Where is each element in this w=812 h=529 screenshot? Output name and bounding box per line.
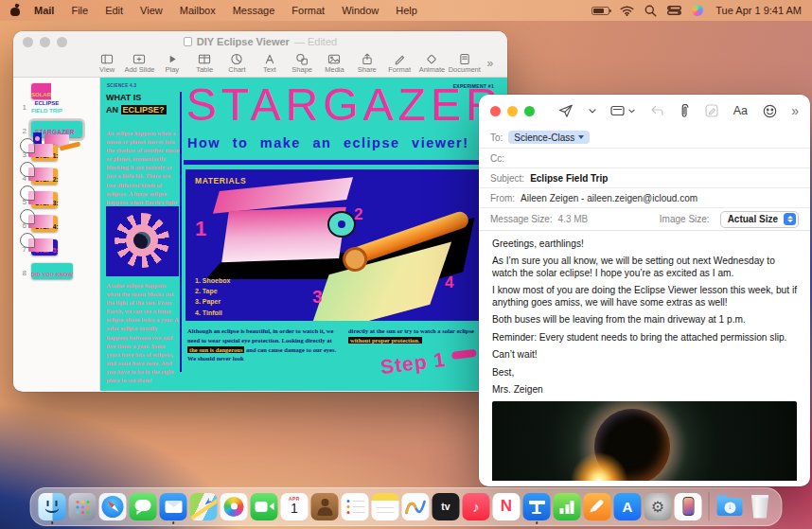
body-paragraph: Both buses will be leaving from the main… [492, 314, 797, 326]
toolbar-overflow-chevron[interactable]: » [481, 53, 500, 70]
dock-facetime-icon[interactable] [251, 493, 278, 520]
play-button[interactable]: Play [156, 53, 188, 74]
dock-downloads-icon[interactable]: ↓ [716, 493, 744, 520]
close-button[interactable] [490, 106, 501, 116]
siri-icon[interactable] [692, 5, 704, 17]
dock: APR1 tv ♪ N A ⚙ ↓ [30, 487, 783, 526]
dock-tv-icon[interactable]: tv [432, 493, 460, 520]
slide-subhead: How to make an eclipse viewer! [187, 135, 469, 150]
view-button[interactable]: View [91, 53, 123, 74]
menu-bar-clock[interactable]: Tue Apr 1 9:41 AM [714, 5, 802, 16]
zoom-button[interactable] [57, 37, 67, 47]
slide-divider-vertical [180, 92, 182, 372]
dock-separator [709, 492, 710, 520]
dock-trash-icon[interactable] [747, 493, 774, 520]
stepper-icon [784, 213, 796, 225]
menu-item-help[interactable]: Help [387, 5, 426, 16]
wifi-icon[interactable] [620, 6, 634, 16]
document-proxy-icon[interactable] [184, 37, 192, 46]
document-button[interactable]: Document [449, 53, 481, 74]
marker-dash [451, 349, 477, 360]
image-size-select[interactable]: Actual Size [720, 211, 799, 228]
zoom-button[interactable] [524, 106, 535, 116]
dock-calendar-icon[interactable]: APR1 [281, 493, 309, 520]
close-button[interactable] [23, 37, 33, 47]
dock-iphone-mirroring-icon[interactable] [675, 493, 702, 520]
chart-button[interactable]: Chart [221, 53, 253, 74]
slide-navigator: 1 SOLARECLIPSEFIELD TRIP 2 STARGAZER 3 S… [13, 78, 100, 391]
send-button[interactable] [558, 104, 574, 118]
message-body-editor[interactable]: Greetings, earthlings! As I’m sure you a… [479, 231, 810, 481]
menu-item-mailbox[interactable]: Mailbox [171, 5, 224, 16]
slide-canvas[interactable]: SCIENCE 4.3 EXPERIMENT #1 STARGAZER How … [100, 78, 507, 391]
media-button[interactable]: Media [318, 53, 350, 74]
slide-thumbnail-7[interactable]: 7 STEP 5: [16, 237, 99, 259]
dock-appstore-icon[interactable]: A [614, 493, 642, 520]
dock-keynote-icon[interactable] [523, 493, 551, 520]
minimize-button[interactable] [40, 37, 50, 47]
from-field[interactable]: From: Aileen Zeigen - aileen.zeigen@iclo… [479, 188, 810, 208]
dock-photos-icon[interactable] [221, 493, 248, 520]
menu-item-message[interactable]: Message [224, 5, 284, 16]
material-number-4: 4 [445, 273, 453, 292]
menu-item-edit[interactable]: Edit [97, 5, 132, 16]
search-icon[interactable] [644, 5, 657, 17]
token-chevron-icon [578, 135, 584, 139]
markup-button[interactable] [705, 104, 718, 117]
eclipse-attachment-image[interactable] [492, 401, 797, 481]
control-center-icon[interactable] [667, 6, 681, 15]
add-slide-button[interactable]: Add Slide [123, 53, 155, 74]
keynote-titlebar[interactable]: DIY Eclipse Viewer — Edited [13, 31, 507, 52]
format-button[interactable]: Aa [733, 104, 748, 117]
minimize-button[interactable] [507, 106, 518, 116]
dock-finder-icon[interactable] [39, 493, 66, 520]
menu-item-format[interactable]: Format [283, 5, 333, 16]
materials-list: 1. Shoebox 2. Tape 3. Paper 4. Tinfoil [195, 275, 230, 318]
dock-freeform-icon[interactable] [402, 493, 430, 520]
emoji-button[interactable] [763, 104, 777, 118]
subject-field[interactable]: Subject: Eclipse Field Trip [479, 168, 810, 188]
text-button[interactable]: Text [254, 53, 286, 74]
mail-toolbar[interactable]: Aa » [479, 95, 810, 127]
send-options-chevron[interactable] [589, 109, 596, 114]
dock-music-icon[interactable]: ♪ [463, 493, 490, 520]
dock-numbers-icon[interactable] [554, 493, 581, 520]
slide-thumbnail-8[interactable]: 8 DID YOU KNOW [16, 260, 99, 283]
tape-illustration [327, 211, 356, 238]
dock-mail-icon[interactable] [160, 493, 187, 520]
shape-button[interactable]: Shape [286, 53, 318, 74]
size-row: Message Size: 4.3 MB Image Size: Actual … [479, 208, 810, 231]
slide-divider-horizontal [184, 160, 490, 165]
dock-reminders-icon[interactable] [342, 493, 369, 520]
cc-field[interactable]: Cc: [479, 149, 810, 168]
table-button[interactable]: Table [188, 53, 221, 74]
slide-thumbnail-1[interactable]: 1 SOLARECLIPSEFIELD TRIP [16, 80, 99, 117]
dock-notes-icon[interactable] [372, 493, 399, 520]
subject-value: Eclipse Field Trip [530, 173, 608, 184]
battery-icon[interactable] [591, 7, 609, 15]
attach-button[interactable] [679, 104, 690, 118]
to-field[interactable]: To: Science-Class [479, 127, 810, 149]
dock-launchpad-icon[interactable] [69, 493, 97, 520]
dock-messages-icon[interactable] [130, 493, 157, 520]
dock-settings-icon[interactable]: ⚙ [644, 493, 672, 520]
format-button[interactable]: Format [383, 53, 415, 74]
animate-button[interactable]: Animate [415, 53, 448, 74]
menu-item-window[interactable]: Window [333, 5, 387, 16]
header-fields-button[interactable] [610, 105, 635, 116]
menu-item-file[interactable]: File [62, 5, 97, 16]
dock-pages-icon[interactable] [584, 493, 611, 520]
dock-maps-icon[interactable] [190, 493, 218, 520]
share-button[interactable]: Share [351, 53, 383, 74]
material-number-3: 3 [312, 287, 323, 308]
menu-item-view[interactable]: View [132, 5, 171, 16]
recipient-token[interactable]: Science-Class [508, 131, 590, 144]
menu-item-mail[interactable]: Mail [25, 5, 62, 16]
apple-menu-icon[interactable] [10, 5, 21, 17]
what-is-eclipse-heading: WHAT IS AN ECLIPSE? [106, 92, 182, 115]
dock-safari-icon[interactable] [99, 493, 127, 520]
toolbar-overflow-chevron[interactable]: » [791, 103, 799, 118]
dock-news-icon[interactable]: N [493, 493, 521, 520]
reply-button[interactable] [650, 105, 664, 116]
dock-contacts-icon[interactable] [311, 493, 339, 520]
